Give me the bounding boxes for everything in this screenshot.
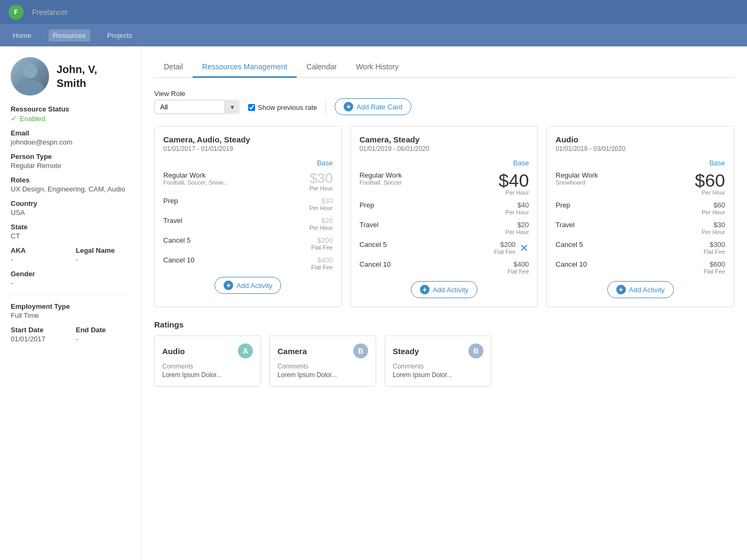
sidebar-divider: [11, 294, 130, 295]
rate-card-0-row-2-unit: Per Hour: [309, 225, 333, 231]
rate-card-2-base-label: Base: [555, 159, 725, 167]
person-type-label: Person Type: [11, 153, 130, 161]
rate-card-1-row-3: Cancel 5 $200 Flat Fee ✕: [360, 241, 529, 255]
status-value: Enabled: [20, 115, 45, 123]
rate-card-2-row-3-name: Cancel 5: [555, 241, 703, 249]
rate-card-2-row-2-amount: $30: [702, 221, 725, 229]
rate-card-0-row-2-name: Travel: [163, 217, 309, 225]
legal-name-value: -: [76, 255, 130, 263]
rate-card-0-row-1-right: $30 Per Hour: [309, 197, 333, 211]
main-container: John, V, Smith Ressource Status ✓ Enable…: [0, 46, 747, 560]
rate-card-0-row-0-name: Regular Work: [163, 171, 309, 179]
rate-card-0-row-0-sub: Football, Soccer, Snow...: [163, 179, 309, 186]
rate-card-1-row-3-amount: $200: [494, 241, 515, 249]
gender-section: Gender -: [11, 270, 130, 287]
tab-work-history[interactable]: Work History: [346, 57, 408, 78]
add-activity-button-1[interactable]: + Add Activity: [411, 281, 478, 298]
rate-card-2-row-1-unit: Per Hour: [702, 209, 725, 215]
ratings-cards: Audio A Comments Lorem Ipsum Dolor... Ca…: [154, 335, 734, 387]
rate-card-1-row-0-sub: Football, Soccer: [360, 179, 499, 186]
email-value: johndoe@espn.com: [11, 138, 130, 146]
rate-card-0-row-0-left: Regular Work Football, Soccer, Snow...: [163, 171, 309, 186]
add-activity-label-2: Add Activity: [629, 286, 665, 294]
logo: F: [9, 5, 23, 20]
status-badge: ✓ Enabled: [11, 114, 130, 123]
end-date-col: End Date -: [76, 326, 130, 343]
rate-card-1-row-3-left: Cancel 5: [360, 241, 494, 249]
rate-card-1-row-4-right: $400 Flat Fee: [507, 260, 529, 275]
avatar-image: [11, 57, 49, 95]
email-section: Email johndoe@espn.com: [11, 129, 130, 146]
rate-card-2-row-0: Regular Work Snowboard $60 Per Hour: [555, 171, 725, 196]
avatar: [11, 57, 49, 95]
rate-card-2-row-0-right: $60 Per Hour: [695, 171, 725, 196]
rate-card-1-row-2-right: $20 Per Hour: [505, 221, 529, 235]
employment-type-label: Employment Type: [11, 302, 130, 310]
tab-resources-management[interactable]: Ressources Management: [193, 57, 297, 78]
nav-item-projects[interactable]: Projects: [103, 29, 137, 42]
resource-status-section: Ressource Status ✓ Enabled: [11, 105, 130, 123]
rate-card-2-row-0-left: Regular Work Snowboard: [555, 171, 695, 186]
rating-steady-comments-label: Comments: [393, 363, 483, 370]
rate-card-2-row-1-amount: $60: [702, 201, 725, 209]
tab-detail[interactable]: Detail: [154, 57, 193, 78]
app-title: Freelancer: [32, 8, 68, 17]
person-type-value: Regular Remote: [11, 162, 130, 170]
rate-card-0-row-2-amount: $20: [309, 217, 333, 225]
rate-card-0-row-3-name: Cancel 5: [163, 236, 311, 244]
rate-card-1-row-2-left: Travel: [360, 221, 506, 229]
rating-audio-comments-label: Comments: [162, 363, 253, 370]
rate-card-2-row-4-name: Cancel 10: [555, 260, 703, 268]
rate-card-2: Audio 01/01/2018 - 03/01/2020 Base Regul…: [546, 126, 734, 307]
top-bar: F Freelancer: [0, 0, 747, 24]
rate-card-0-row-4-name: Cancel 10: [163, 256, 311, 264]
rate-card-0-row-2-right: $20 Per Hour: [309, 217, 333, 231]
rate-card-0-row-3-right: $200 Flat Fee: [311, 236, 332, 251]
rate-card-0-row-0-right: $30 Per Hour: [309, 171, 333, 191]
show-previous-rate-label[interactable]: Show previous rate: [258, 103, 317, 111]
rate-card-1-row-4-unit: Flat Fee: [507, 268, 529, 275]
rate-card-2-row-0-sub: Snowboard: [555, 179, 695, 186]
resource-status-label: Ressource Status: [11, 105, 130, 113]
rating-card-steady-header: Steady B: [393, 343, 483, 358]
aka-value: -: [11, 255, 65, 263]
rating-card-camera-header: Camera B: [277, 343, 368, 358]
rate-card-2-row-4-amount: $600: [704, 260, 725, 268]
end-date-label: End Date: [76, 326, 130, 334]
add-activity-button-0[interactable]: + Add Activity: [214, 277, 281, 294]
start-date-value: 01/01/2017: [11, 335, 65, 343]
rate-card-0-row-0-unit: Per Hour: [309, 185, 333, 191]
rating-audio-name: Audio: [162, 347, 185, 356]
role-select[interactable]: All: [154, 100, 240, 114]
rate-card-0-row-4: Cancel 10 $400 Flat Fee: [163, 256, 333, 270]
rate-card-1-row-3-unit: Flat Fee: [494, 249, 515, 255]
content-area: Detail Ressources Management Calendar Wo…: [141, 46, 747, 560]
state-label: State: [11, 223, 130, 231]
rate-card-0-base-label: Base: [163, 159, 333, 167]
rate-card-0-row-1-unit: Per Hour: [309, 205, 333, 211]
profile-header: John, V, Smith: [11, 57, 130, 95]
cancel5-x-button[interactable]: ✕: [520, 243, 529, 253]
show-previous-rate-group: Show previous rate: [248, 93, 317, 111]
start-date-label: Start Date: [11, 326, 65, 334]
add-activity-button-2[interactable]: + Add Activity: [607, 281, 674, 298]
rate-card-0: Camera, Audio, Steady 01/01/2017 - 01/01…: [154, 126, 342, 307]
rate-card-0-row-1-left: Prep: [163, 197, 309, 205]
rate-card-1-row-3-name: Cancel 5: [360, 241, 494, 249]
nav-item-resources[interactable]: Resources: [49, 29, 90, 42]
rate-card-1-row-4-left: Cancel 10: [360, 260, 507, 268]
rating-camera-comments-text: Lorem Ipsum Dolor...: [277, 371, 368, 379]
rating-card-audio-header: Audio A: [162, 343, 253, 358]
rate-card-1-row-1-name: Prep: [360, 201, 506, 209]
rate-card-1-row-0: Regular Work Football, Soccer $40 Per Ho…: [360, 171, 529, 196]
roles-value: UX Design, Engineering, CAM, Audio: [11, 185, 130, 193]
view-role-label: View Role: [154, 90, 240, 98]
add-rate-card-button[interactable]: + Add Rate Card: [335, 98, 411, 115]
view-role-group: View Role All ▼: [154, 90, 240, 114]
nav-item-home[interactable]: Home: [9, 29, 36, 42]
show-previous-rate-checkbox[interactable]: [248, 104, 255, 111]
rate-card-2-row-2: Travel $30 Per Hour: [555, 221, 725, 235]
tab-calendar[interactable]: Calendar: [297, 57, 346, 78]
roles-label: Roles: [11, 176, 130, 184]
dates-row: Start Date 01/01/2017 End Date -: [11, 326, 130, 343]
